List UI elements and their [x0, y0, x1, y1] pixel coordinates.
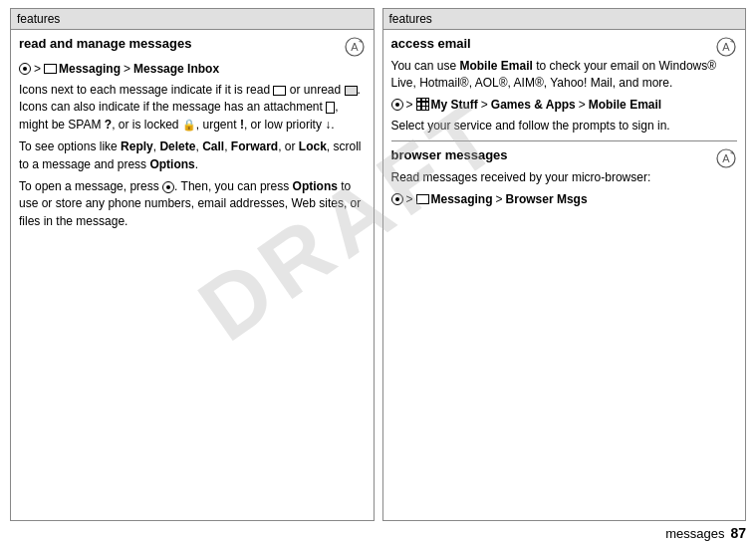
browser-messages-section: browser messages A + Read messages recei… — [391, 147, 738, 205]
nav-message-inbox: Message Inbox — [133, 62, 219, 76]
nav-sep-1: > — [34, 62, 41, 76]
right-column: features access email A + — [382, 8, 747, 521]
unread-icon — [345, 86, 358, 96]
nav-sep-4: > — [481, 98, 488, 112]
svg-text:+: + — [730, 37, 735, 46]
read-manage-p2: To see options like Reply, Delete, Call,… — [19, 138, 366, 173]
lock-icon: 🔒 — [182, 118, 196, 134]
browser-messages-title: browser messages — [391, 147, 508, 162]
nav-sep-5: > — [579, 98, 586, 112]
attachment-icon — [326, 102, 335, 114]
nav-joystick-3 — [391, 193, 403, 205]
svg-text:+: + — [730, 148, 735, 157]
nav-mobile-email: Mobile Email — [589, 98, 661, 112]
svg-text:+: + — [358, 37, 363, 46]
read-manage-header-row: read and manage messages A + — [19, 36, 366, 58]
footer-right: messages 87 — [665, 525, 746, 541]
footer-label: messages — [665, 526, 724, 541]
joystick-inline — [162, 181, 174, 193]
lowpriority-icon: ↓ — [325, 118, 331, 132]
nav-sep-6: > — [406, 192, 413, 206]
android-icon-left: A + — [344, 36, 366, 58]
nav-grid-icon — [416, 98, 429, 111]
left-column-header: features — [11, 9, 374, 30]
read-manage-p3: To open a message, press . Then, you can… — [19, 178, 366, 230]
read-manage-p1: Icons next to each message indicate if i… — [19, 82, 366, 134]
access-email-p1: You can use Mobile Email to check your e… — [391, 58, 738, 93]
nav-sep-7: > — [496, 192, 503, 206]
nav-sep-3: > — [406, 98, 413, 112]
left-column-body: read and manage messages A + — [11, 30, 374, 242]
urgent-icon: ! — [240, 118, 244, 132]
nav-envelope-icon-2 — [416, 194, 429, 204]
right-column-header: features — [383, 9, 746, 30]
nav-sep-2: > — [124, 62, 130, 76]
page-container: features read and manage messages A + — [0, 0, 756, 545]
access-email-title: access email — [391, 36, 471, 51]
browser-messages-nav: > Messaging > Browser Msgs — [391, 192, 738, 206]
nav-joystick-2 — [391, 99, 403, 111]
access-email-nav: > My Stuff > Games & Apps > Mobile Email — [391, 98, 738, 112]
spam-icon: ? — [105, 118, 112, 132]
right-column-body: access email A + You can use Mobile Emai… — [383, 30, 746, 218]
page-footer: messages 87 — [0, 521, 756, 545]
section-divider-1 — [391, 140, 738, 141]
android-icon-right-1: A + — [715, 36, 737, 58]
browser-messages-p1: Read messages received by your micro-bro… — [391, 169, 738, 186]
nav-envelope-icon-1 — [44, 64, 57, 74]
read-manage-title: read and manage messages — [19, 36, 191, 51]
read-manage-nav: > Messaging > Message Inbox — [19, 62, 366, 76]
access-email-p2: Select your service and follow the promp… — [391, 118, 738, 135]
read-icon — [273, 86, 286, 96]
nav-my-stuff: My Stuff — [431, 98, 478, 112]
nav-games-apps: Games & Apps — [491, 98, 576, 112]
browser-messages-header-row: browser messages A + — [391, 147, 738, 169]
footer-page: 87 — [730, 525, 746, 541]
nav-browser-msgs: Browser Msgs — [506, 192, 588, 206]
nav-messaging-2: Messaging — [431, 192, 493, 206]
access-email-section: access email A + You can use Mobile Emai… — [391, 36, 738, 135]
main-content: features read and manage messages A + — [0, 0, 756, 521]
left-column: features read and manage messages A + — [10, 8, 375, 521]
read-manage-section: read and manage messages A + — [19, 36, 366, 230]
nav-messaging-1: Messaging — [59, 62, 121, 76]
android-icon-right-2: A + — [715, 147, 737, 169]
nav-joystick-1 — [19, 63, 31, 75]
access-email-header-row: access email A + — [391, 36, 738, 58]
